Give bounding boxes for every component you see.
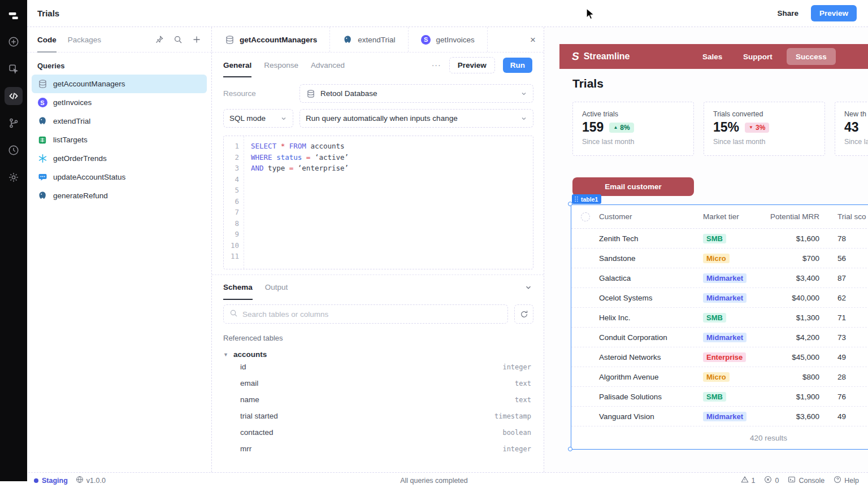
nav-item-success[interactable]: Success — [787, 48, 836, 65]
column-header-market-tier[interactable]: Market tier — [703, 212, 769, 221]
cell-customer: Helix Inc. — [599, 313, 703, 322]
tab-packages[interactable]: Packages — [68, 27, 101, 53]
schema-table-accounts[interactable]: ▼ accounts — [212, 342, 544, 359]
table-row[interactable]: Algorithm AvenueMicro$80028 — [571, 367, 868, 387]
editor-tab-getAccountManagers[interactable]: getAccountManagers — [212, 27, 330, 52]
help-button[interactable]: Help — [834, 476, 859, 485]
overflow-menu-icon[interactable]: ··· — [432, 60, 441, 69]
line-numbers: 1234567891011 — [224, 136, 244, 269]
env-dot-icon — [34, 478, 38, 483]
schema-field-mrr[interactable]: mrrinteger — [212, 441, 544, 457]
schema-field-id[interactable]: idinteger — [212, 359, 544, 375]
cell-trial-score: 56 — [819, 254, 868, 263]
table-row[interactable]: SandstoneMicro$70056 — [571, 249, 868, 268]
table-header-row: Customer Market tier Potential MRR Trial… — [571, 205, 868, 229]
environment-selector[interactable]: Staging — [34, 477, 68, 485]
select-tool-icon[interactable] — [5, 60, 23, 78]
tab-general[interactable]: General — [223, 53, 251, 77]
table-selection-tag[interactable]: table1 — [572, 194, 601, 204]
tier-badge: Midmarket — [703, 273, 747, 283]
version-selector[interactable]: v1.0.0 — [76, 476, 106, 485]
close-tab-icon[interactable]: × — [530, 27, 536, 53]
branch-icon[interactable] — [5, 114, 23, 132]
pin-icon[interactable] — [155, 35, 164, 44]
query-item-getAccountManagers[interactable]: getAccountManagers — [32, 75, 207, 93]
retool-logo-icon[interactable] — [5, 7, 23, 25]
tab-schema[interactable]: Schema — [223, 275, 253, 300]
warnings-indicator[interactable]: 1 — [741, 476, 756, 485]
editor-tab-extendTrial[interactable]: extendTrial — [330, 27, 408, 52]
tier-badge: Midmarket — [703, 293, 747, 303]
stat-caption: Since last month — [713, 138, 815, 146]
status-message: All queries completed — [0, 477, 868, 485]
history-icon[interactable] — [5, 141, 23, 159]
cell-market-tier: Micro — [703, 254, 769, 263]
schema-field-name[interactable]: nametext — [212, 391, 544, 408]
schema-search-input[interactable] — [242, 310, 502, 319]
column-header-trial-score[interactable]: Trial sco — [819, 212, 868, 221]
stat-card-0[interactable]: Active trials159▲8%Since last month — [572, 102, 694, 156]
table-row[interactable]: Zenith TechSMB$1,60078 — [571, 229, 868, 249]
schema-search[interactable] — [223, 304, 508, 324]
queries-panel: Code Packages Queries getAccountManagers… — [27, 27, 212, 472]
sql-editor[interactable]: 1234567891011 SELECT * FROM accountsWHER… — [223, 136, 533, 269]
add-query-icon[interactable] — [192, 35, 201, 44]
query-item-extendTrial[interactable]: extendTrial — [32, 112, 207, 130]
run-button[interactable]: Run — [503, 58, 532, 73]
refresh-schema-button[interactable] — [514, 304, 533, 324]
column-header-customer[interactable]: Customer — [599, 212, 703, 221]
errors-indicator[interactable]: 0 — [764, 476, 779, 485]
nav-item-sales[interactable]: Sales — [702, 44, 722, 69]
app-brand[interactable]: S Streamline — [572, 50, 630, 63]
tab-output[interactable]: Output — [265, 275, 288, 300]
query-item-updateAccountStatus[interactable]: updateAccountStatus — [32, 168, 207, 186]
selection-handle[interactable] — [568, 202, 572, 206]
tab-response[interactable]: Response — [264, 53, 298, 77]
sql-mode-select[interactable]: SQL mode — [223, 109, 293, 128]
settings-gear-icon[interactable] — [5, 168, 23, 186]
query-item-getOrderTrends[interactable]: getOrderTrends — [32, 149, 207, 168]
preview-button[interactable]: Preview — [811, 5, 857, 21]
schema-field-contacted[interactable]: contactedboolean — [212, 424, 544, 441]
query-item-listTargets[interactable]: listTargets — [32, 130, 207, 149]
select-all-checkbox[interactable] — [581, 212, 590, 221]
column-header-potential-mrr[interactable]: Potential MRR — [769, 212, 819, 221]
tab-code[interactable]: Code — [37, 27, 57, 53]
table-row[interactable]: Conduit CorporationMidmarket$4,20073 — [571, 328, 868, 347]
schema-field-trial-started[interactable]: trial startedtimestamp — [212, 408, 544, 424]
table-row[interactable]: Helix Inc.SMB$1,30071 — [571, 308, 868, 328]
console-toggle[interactable]: Console — [788, 476, 824, 485]
cell-trial-score: 28 — [819, 373, 868, 381]
add-icon[interactable] — [5, 33, 23, 51]
stat-card-2[interactable]: New th43Since la — [835, 102, 868, 156]
table-row[interactable]: Ocelot SystemsMidmarket$40,00062 — [571, 288, 868, 308]
email-customer-button[interactable]: Email customer — [572, 177, 694, 196]
trials-table[interactable]: Customer Market tier Potential MRR Trial… — [571, 204, 868, 450]
resource-select[interactable]: Retool Database — [300, 84, 533, 103]
table-row[interactable]: GalacticaMidmarket$3,40087 — [571, 268, 868, 288]
stat-card-1[interactable]: Trials converted15%▼3%Since last month — [704, 102, 825, 156]
table-row[interactable]: Vanguard VisionMidmarket$3,60049 — [571, 407, 868, 426]
run-trigger-select[interactable]: Run query automatically when inputs chan… — [300, 109, 533, 128]
collapse-chevron-icon[interactable] — [524, 284, 532, 291]
code-icon[interactable] — [5, 87, 23, 105]
selection-handle[interactable] — [568, 447, 572, 451]
database-icon — [224, 34, 235, 45]
nav-item-support[interactable]: Support — [743, 44, 772, 69]
query-label: generateRefund — [53, 191, 108, 200]
table-row[interactable]: Palisade SolutionsSMB$1,90076 — [571, 387, 868, 407]
share-button[interactable]: Share — [777, 9, 798, 18]
chevron-down-icon — [280, 115, 287, 122]
query-item-generateRefund[interactable]: generateRefund — [32, 186, 207, 205]
tab-advanced[interactable]: Advanced — [311, 53, 345, 77]
editor-tab-getInvoices[interactable]: SgetInvoices — [409, 27, 488, 52]
schema-field-email[interactable]: emailtext — [212, 375, 544, 391]
brand-logo-icon: S — [571, 50, 580, 63]
queries-section-label: Queries — [27, 53, 211, 75]
console-icon — [788, 476, 796, 485]
stat-value-row: 43 — [844, 120, 868, 135]
query-item-getInvoices[interactable]: SgetInvoices — [32, 93, 207, 112]
search-icon[interactable] — [173, 35, 183, 44]
query-preview-button[interactable]: Preview — [449, 57, 495, 73]
table-row[interactable]: Asteroid NetworksEnterprise$45,00049 — [571, 347, 868, 367]
